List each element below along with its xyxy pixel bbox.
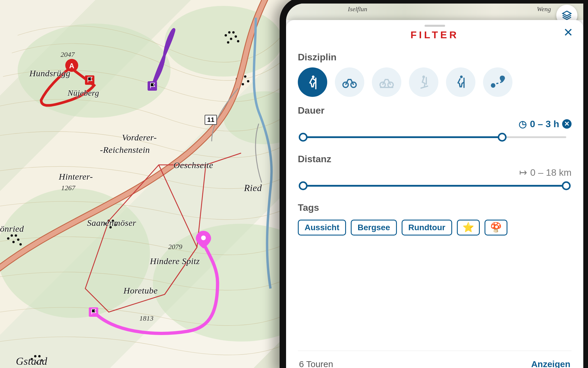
duration-thumb-hi[interactable] xyxy=(498,133,507,142)
tags-row: Aussicht Bergsee Rundtour ⭐ 🍄 xyxy=(298,220,572,236)
apply-button[interactable]: Anzeigen xyxy=(531,359,570,368)
svg-rect-36 xyxy=(148,81,157,91)
bike-icon xyxy=(342,74,358,90)
svg-point-45 xyxy=(460,76,463,78)
svg-point-2 xyxy=(0,188,150,318)
elev-horetube: 1813 xyxy=(139,314,153,322)
snowshoe-icon xyxy=(453,74,469,90)
discipline-snowshoe[interactable] xyxy=(446,67,475,97)
discipline-mtb[interactable] xyxy=(372,67,401,97)
label-hundsrugg: Hundsrügg xyxy=(29,68,71,78)
tag-mushroom[interactable]: 🍄 xyxy=(485,220,507,236)
discipline-row xyxy=(298,67,572,98)
map-peek-strip[interactable]: Iselflun Weng xyxy=(286,4,583,20)
svg-point-46 xyxy=(492,84,495,87)
duration-value: 0 – 3 h xyxy=(530,119,559,130)
distance-track[interactable] xyxy=(300,180,570,192)
sheet-handle[interactable] xyxy=(425,25,445,27)
discipline-label: Disziplin xyxy=(298,52,572,63)
svg-point-21 xyxy=(12,241,15,243)
hiker-icon xyxy=(305,74,320,90)
phone-screen: Iselflun Weng ✕ FILTER Disziplin xyxy=(286,4,583,368)
discipline-ski-touring[interactable] xyxy=(409,67,438,97)
close-button[interactable]: ✕ xyxy=(563,26,573,38)
tag-aussicht[interactable]: Aussicht xyxy=(298,220,346,236)
phone-frame: Iselflun Weng ✕ FILTER Disziplin xyxy=(280,0,588,368)
distance-value: 0 – 18 km xyxy=(530,167,572,178)
label-gstaad: Gstaad xyxy=(16,355,47,367)
svg-point-14 xyxy=(236,78,238,80)
label-oeschseite: Oeschseite xyxy=(173,160,213,170)
clock-icon: ◷ xyxy=(519,118,527,130)
discipline-multi-day[interactable] xyxy=(483,67,512,97)
label-vorderer-1: Vorderer- xyxy=(122,132,157,142)
svg-point-11 xyxy=(227,41,229,44)
svg-point-8 xyxy=(235,35,237,38)
mtb-icon xyxy=(379,74,395,90)
tags-label: Tags xyxy=(298,202,572,213)
svg-point-7 xyxy=(225,34,227,37)
distance-arrow-icon: ↦ xyxy=(519,167,527,178)
road-number-badge: 11 xyxy=(205,115,217,125)
svg-point-12 xyxy=(240,75,242,78)
svg-point-6 xyxy=(232,31,235,34)
ski-tourer-icon xyxy=(416,74,432,90)
result-count: 6 Touren xyxy=(299,359,333,368)
distance-thumb-lo[interactable] xyxy=(299,181,308,190)
label-schonried: önried xyxy=(0,224,24,234)
label-horetube: Horetube xyxy=(123,286,158,296)
label-hinterer: Hinterer- xyxy=(59,172,93,182)
svg-point-19 xyxy=(7,237,9,240)
svg-rect-35 xyxy=(85,75,94,85)
svg-point-17 xyxy=(11,234,13,237)
label-ried: Ried xyxy=(244,183,262,193)
tag-bergsee[interactable]: Bergsee xyxy=(351,220,397,236)
svg-point-1 xyxy=(165,6,282,77)
peek-label-2: Weng xyxy=(537,5,551,13)
svg-point-5 xyxy=(228,31,230,34)
discipline-hiking[interactable] xyxy=(298,67,327,97)
svg-point-15 xyxy=(247,80,249,82)
label-nujeberg: Nüjeberg xyxy=(68,88,99,98)
elev-hinterer: 1267 xyxy=(61,184,75,192)
route-icon xyxy=(490,74,506,90)
label-vorderer-2: -Reichenstein xyxy=(100,145,150,155)
duration-thumb-lo[interactable] xyxy=(299,133,308,142)
svg-point-18 xyxy=(15,234,17,237)
peek-label-1: Iselflun xyxy=(348,5,367,13)
label-saanenmoser: Saanenmöser xyxy=(87,218,136,228)
label-hindere: Hindere Spitz xyxy=(150,256,200,266)
svg-point-22 xyxy=(19,243,22,246)
elev-hindere: 2079 xyxy=(168,243,182,251)
distance-thumb-hi[interactable] xyxy=(562,181,571,190)
svg-point-39 xyxy=(312,76,315,78)
svg-point-9 xyxy=(230,38,232,40)
discipline-biking[interactable] xyxy=(335,67,364,97)
svg-point-10 xyxy=(237,40,239,42)
tag-rundtour[interactable]: Rundtour xyxy=(402,220,452,236)
filter-footer: 6 Touren Anzeigen xyxy=(298,351,572,368)
svg-rect-37 xyxy=(89,307,98,317)
duration-track[interactable] xyxy=(300,131,570,143)
filter-title: FILTER xyxy=(298,29,572,41)
distance-label: Distanz xyxy=(298,154,572,165)
duration-label: Dauer xyxy=(298,105,572,116)
tag-star[interactable]: ⭐ xyxy=(457,220,480,236)
svg-point-13 xyxy=(244,75,246,78)
svg-point-38 xyxy=(201,236,206,240)
elev-hundsrugg: 2047 xyxy=(61,51,75,59)
duration-clear[interactable]: ✕ xyxy=(562,119,572,129)
distance-slider: ↦ 0 – 18 km xyxy=(298,169,572,199)
svg-point-16 xyxy=(242,83,244,85)
layers-icon xyxy=(561,10,572,21)
duration-slider: ◷ 0 – 3 h ✕ xyxy=(298,121,572,151)
svg-point-20 xyxy=(17,238,19,241)
filter-sheet: ✕ FILTER Disziplin xyxy=(286,20,583,368)
